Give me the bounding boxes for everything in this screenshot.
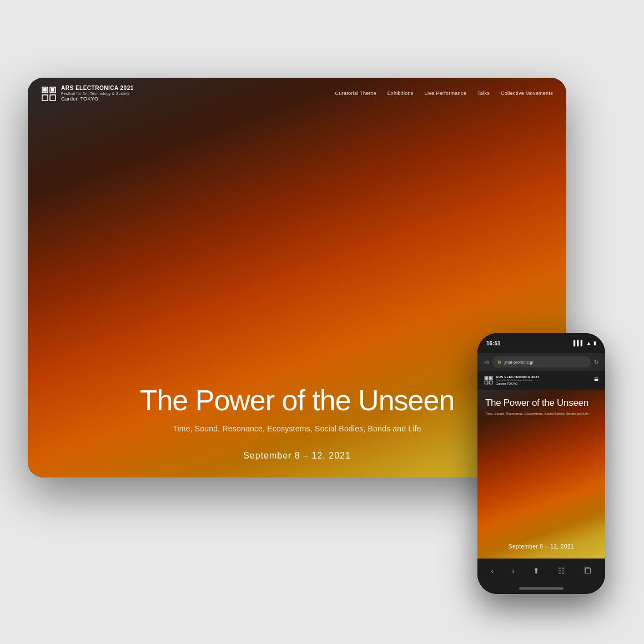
nav-link-exhibitions[interactable]: Exhibitions — [388, 90, 414, 96]
tablet-nav-links: Curatorial Theme Exhibitions Live Perfor… — [335, 90, 553, 96]
svg-rect-3 — [50, 95, 56, 100]
phone-time: 16:51 — [486, 340, 501, 346]
forward-icon[interactable]: › — [512, 566, 515, 575]
battery-icon: ▮ — [593, 340, 596, 346]
nav-link-collective[interactable]: Collective Movements — [501, 90, 553, 96]
signal-icon: ▌▌▌ — [573, 340, 584, 346]
back-icon[interactable]: ‹ — [491, 566, 494, 575]
tablet-logo-subtitle: Festival for Art, Technology & Society — [61, 91, 134, 96]
svg-rect-8 — [485, 381, 488, 384]
home-indicator-bar — [519, 587, 564, 590]
phone-logo-text: ARS ELECTRONICA 2021 Festival for Art, T… — [496, 375, 539, 385]
share-icon[interactable]: ⬆ — [533, 566, 540, 575]
scene: ARS ELECTRONICA 2021 Festival for Art, T… — [28, 44, 616, 600]
tablet-hero-subtitle: Time, Sound, Resonance, Ecosystems, Soci… — [50, 424, 544, 433]
phone-ars-logo-icon — [484, 376, 493, 385]
phone-hero-title: The Power of the Unseen — [485, 398, 597, 409]
wifi-icon: ▲ — [586, 340, 591, 346]
nav-link-curatorial[interactable]: Curatorial Theme — [335, 90, 376, 96]
svg-rect-4 — [43, 88, 47, 92]
tablet-logo-city: Garden TOKYO — [61, 96, 134, 102]
phone-status-bar: 16:51 ▌▌▌ ▲ ▮ — [477, 333, 605, 353]
ars-logo-icon — [41, 86, 57, 102]
tablet-hero-title: The Power of the Unseen — [50, 385, 544, 416]
phone-tab-label: ส5 — [484, 359, 489, 366]
phone-device: 16:51 ▌▌▌ ▲ ▮ ส5 🔒 jmaf-promote.jp ↻ — [477, 333, 605, 594]
lock-icon: 🔒 — [497, 360, 502, 364]
svg-rect-11 — [490, 377, 491, 379]
phone-hero-subtitle: Time, Sound, Resonance, Ecosystems, Soci… — [485, 411, 597, 416]
svg-rect-2 — [42, 95, 48, 100]
tablet-logo-text: ARS ELECTRONICA 2021 Festival for Art, T… — [61, 85, 134, 102]
phone-url-area[interactable]: 🔒 jmaf-promote.jp — [492, 356, 591, 368]
phone-screen: 16:51 ▌▌▌ ▲ ▮ ส5 🔒 jmaf-promote.jp ↻ — [477, 333, 605, 594]
svg-rect-9 — [489, 381, 492, 384]
nav-link-talks[interactable]: Talks — [477, 90, 490, 96]
phone-status-icons: ▌▌▌ ▲ ▮ — [573, 340, 596, 346]
svg-rect-10 — [485, 377, 487, 379]
phone-date: September 8 – 12, 2021 — [477, 544, 605, 550]
phone-logo-city: Garden TOKYO — [496, 382, 539, 385]
phone-logo: ARS ELECTRONICA 2021 Festival for Art, T… — [484, 375, 539, 385]
phone-nav: ARS ELECTRONICA 2021 Festival for Art, T… — [477, 371, 605, 390]
bookmarks-icon[interactable]: ☷ — [558, 566, 565, 575]
phone-bottom-bar: ‹ › ⬆ ☷ ⧠ — [477, 559, 605, 583]
phone-url: jmaf-promote.jp — [504, 360, 533, 365]
phone-address-bar: ส5 🔒 jmaf-promote.jp ↻ — [477, 353, 605, 371]
reload-icon[interactable]: ↻ — [594, 359, 598, 365]
hamburger-icon[interactable]: ≡ — [594, 375, 598, 383]
phone-hero-content: The Power of the Unseen Time, Sound, Res… — [477, 390, 605, 559]
svg-rect-5 — [51, 88, 54, 92]
nav-link-live-performance[interactable]: Live Performance — [425, 90, 466, 96]
tablet-logo: ARS ELECTRONICA 2021 Festival for Art, T… — [41, 85, 134, 102]
tablet-logo-title: ARS ELECTRONICA 2021 — [61, 85, 134, 91]
phone-home-indicator — [477, 583, 605, 594]
tablet-nav: ARS ELECTRONICA 2021 Festival for Art, T… — [28, 78, 566, 109]
tabs-icon[interactable]: ⧠ — [583, 566, 591, 575]
